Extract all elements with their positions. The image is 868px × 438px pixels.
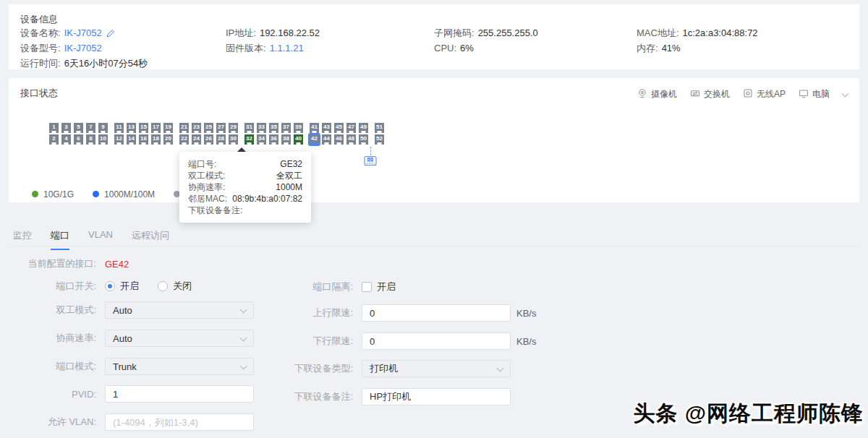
port-22[interactable]: 22 (179, 134, 189, 145)
port-32[interactable]: 32 (244, 134, 254, 145)
chevron-down-icon (497, 364, 504, 372)
device-info-card: 设备信息 设备名称: IK-J7052 设备型号: IK-J7052 运行时间:… (9, 4, 859, 69)
duplex-select[interactable]: Auto (105, 301, 254, 319)
ip-row: IP地址: 192.168.22.52 (226, 25, 320, 40)
tooltip-row: 下联设备备注: (188, 205, 302, 216)
filter-computer-label: 电脑 (812, 88, 830, 100)
down-rate-input[interactable] (362, 332, 511, 350)
port-5[interactable]: 5 (74, 123, 83, 133)
tooltip-row: 双工模式: 全双工 (188, 170, 302, 181)
uptime-label: 运行时间: (20, 56, 61, 71)
port-16[interactable]: 16 (139, 134, 148, 145)
chevron-down-icon[interactable] (842, 90, 849, 97)
up-rate-input[interactable] (362, 304, 511, 322)
tooltip-row: 协商速率: 1000M (188, 181, 302, 193)
tab-vlan[interactable]: VLAN (88, 229, 113, 250)
port-switch-off-radio[interactable] (158, 281, 168, 291)
port-52[interactable]: 52 (375, 134, 384, 145)
downlink-type-select[interactable]: 打印机 (362, 360, 511, 377)
port-8[interactable]: 8 (86, 134, 95, 145)
edit-icon[interactable] (106, 29, 115, 38)
port-18[interactable]: 18 (151, 134, 161, 145)
port-50[interactable]: 50 (359, 134, 368, 145)
port-isolation-checkbox[interactable] (362, 282, 372, 292)
tab-port[interactable]: 端口 (51, 229, 69, 250)
port-43[interactable]: 43 (322, 123, 331, 133)
device-info-col-4: MAC地址: 1c:2a:a3:04:88:72 内存: 41% (637, 25, 758, 56)
firmware-value[interactable]: 1.1.1.21 (270, 40, 304, 56)
port-10[interactable]: 10 (98, 134, 108, 145)
speed-select[interactable]: Auto (105, 330, 254, 347)
device-model-value[interactable]: IK-J7052 (64, 40, 102, 56)
tab-remote-access[interactable]: 远程访问 (132, 229, 169, 250)
memory-label: 内存: (637, 40, 658, 56)
port-51[interactable]: 51 (375, 123, 384, 133)
port-14[interactable]: 14 (127, 134, 136, 145)
port-mode-select[interactable]: Trunk (105, 358, 254, 375)
subnet-label: 子网掩码: (434, 25, 475, 40)
port-20[interactable]: 20 (163, 134, 173, 145)
port-41[interactable]: 41 (310, 123, 319, 133)
port-24[interactable]: 24 (192, 134, 201, 145)
port-46[interactable]: 46 (334, 134, 344, 145)
port-31[interactable]: 31 (244, 123, 254, 133)
port-39[interactable]: 39 (294, 123, 303, 133)
port-7[interactable]: 7 (86, 123, 95, 133)
port-19[interactable]: 19 (163, 123, 173, 133)
port-45[interactable]: 45 (334, 123, 344, 133)
pvid-row: PVID: (0, 385, 254, 403)
port-switch-on-radio[interactable] (105, 281, 115, 291)
port-30[interactable]: 30 (229, 134, 238, 145)
port-26[interactable]: 26 (204, 134, 213, 145)
tab-monitor[interactable]: 监控 (13, 229, 32, 250)
filter-wireless-ap[interactable]: 无线AP (743, 88, 786, 100)
filter-computer[interactable]: 电脑 (799, 88, 830, 100)
port-37[interactable]: 37 (281, 123, 291, 133)
port-28[interactable]: 28 (216, 134, 226, 145)
port-34[interactable]: 34 (257, 134, 266, 145)
chevron-down-icon (240, 362, 247, 369)
port-15[interactable]: 15 (139, 123, 148, 133)
port-11[interactable]: 11 (114, 123, 124, 133)
allowed-vlan-input[interactable] (105, 413, 254, 431)
port-29[interactable]: 29 (229, 123, 238, 133)
port-12[interactable]: 12 (114, 134, 124, 145)
port-42[interactable]: 42 (310, 134, 319, 145)
port-3[interactable]: 3 (61, 123, 71, 133)
filter-switch-label: 交换机 (704, 88, 730, 100)
cpu-value: 6% (460, 40, 474, 56)
port-38[interactable]: 38 (281, 134, 291, 145)
port-9[interactable]: 9 (98, 123, 108, 133)
port-48[interactable]: 48 (346, 134, 356, 145)
port-1[interactable]: 1 (49, 123, 59, 133)
port-4[interactable]: 4 (61, 134, 71, 145)
port-47[interactable]: 47 (346, 123, 356, 133)
legend-dot-blue (93, 191, 99, 197)
filter-camera[interactable]: 摄像机 (637, 88, 677, 100)
port-49[interactable]: 49 (359, 123, 368, 133)
tab-bar: 监控 端口 VLAN 远程访问 (13, 229, 169, 250)
port-44[interactable]: 44 (322, 134, 331, 145)
port-mode-label: 端口模式: (0, 360, 105, 373)
camera-icon (637, 88, 647, 100)
port-33[interactable]: 33 (257, 123, 266, 133)
port-13[interactable]: 13 (127, 123, 136, 133)
port-23[interactable]: 23 (192, 123, 201, 133)
downlink-switch-icon[interactable] (364, 155, 377, 168)
port-25[interactable]: 25 (204, 123, 213, 133)
downlink-note-input[interactable] (362, 388, 511, 405)
port-21[interactable]: 21 (179, 123, 189, 133)
port-6[interactable]: 6 (74, 134, 83, 145)
tooltip-port-value: GE32 (280, 158, 302, 170)
port-40[interactable]: 40 (294, 134, 303, 145)
port-36[interactable]: 36 (269, 134, 278, 145)
port-17[interactable]: 17 (151, 123, 161, 133)
device-name-value[interactable]: IK-J7052 (64, 25, 102, 40)
device-name-row: 设备名称: IK-J7052 (20, 25, 148, 40)
pvid-input[interactable] (105, 385, 254, 403)
port-35[interactable]: 35 (269, 123, 278, 133)
port-2[interactable]: 2 (49, 134, 59, 145)
port-27[interactable]: 27 (216, 123, 226, 133)
filter-switch[interactable]: 交换机 (690, 88, 730, 100)
tooltip-row: 端口号: GE32 (188, 158, 302, 170)
